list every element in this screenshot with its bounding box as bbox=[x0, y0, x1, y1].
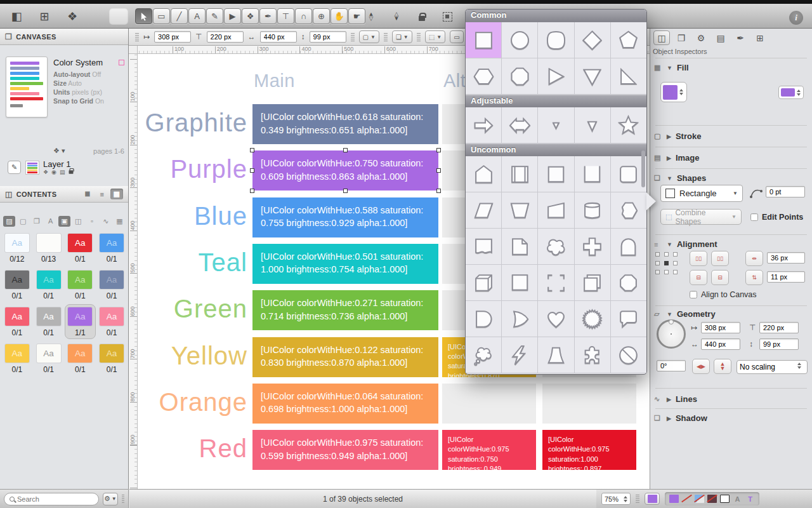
stroke-section-header[interactable]: ▢ ▶ Stroke bbox=[654, 131, 701, 141]
shape-pentagon[interactable] bbox=[611, 22, 646, 58]
shape-prohibited[interactable] bbox=[611, 337, 646, 373]
scaling-select[interactable]: No scaling bbox=[737, 360, 808, 374]
style-swatch[interactable]: Aa0/1 bbox=[1, 341, 33, 376]
layer-stack-icon[interactable]: ❖ bbox=[43, 169, 48, 175]
shape-hexagon[interactable] bbox=[466, 58, 501, 94]
alignment-anchor-dot[interactable] bbox=[655, 270, 660, 274]
selection-handle[interactable] bbox=[343, 189, 348, 193]
stroke-width-stepper[interactable]: ▭ bbox=[450, 30, 463, 43]
shape-cylinder[interactable] bbox=[575, 192, 610, 228]
lock-icon[interactable] bbox=[412, 9, 431, 24]
edit-layer-button[interactable]: ✎ bbox=[8, 161, 21, 174]
font-style-swatch[interactable]: A bbox=[733, 495, 742, 503]
selection-style-dropdown[interactable]: ⬚ ▼ bbox=[425, 30, 445, 43]
add-canvas-icon[interactable]: ⊞ bbox=[36, 9, 53, 24]
geometry-disclosure[interactable]: ▼ bbox=[667, 311, 672, 318]
shape-fin[interactable] bbox=[502, 301, 537, 337]
canvas-layers-icon[interactable]: ❖ bbox=[63, 9, 81, 24]
geometry-section-header[interactable]: ▱ ▼ Geometry bbox=[654, 309, 716, 319]
fill-section-header[interactable]: ▦ ▼ Fill bbox=[654, 63, 689, 72]
shape-style-dropdown[interactable]: ❏ ▼ bbox=[392, 30, 412, 43]
shape-house[interactable] bbox=[466, 156, 501, 192]
alignment-anchor-dot[interactable] bbox=[673, 252, 678, 257]
fill-style-dropdown[interactable]: ▢ ▼ bbox=[359, 30, 379, 43]
alignment-anchor-dot[interactable] bbox=[664, 270, 669, 274]
view-list-button[interactable]: ≣ bbox=[81, 189, 94, 199]
statusbar-grip[interactable] bbox=[636, 495, 639, 503]
rubber-stamp-tool[interactable]: ⊤ bbox=[277, 8, 294, 24]
tab-grid[interactable]: ⊞ bbox=[752, 30, 768, 45]
view-outline-button[interactable]: ≡ bbox=[96, 189, 108, 199]
line-filter-icon[interactable]: ∿ bbox=[100, 216, 112, 227]
image-section-header[interactable]: ▤ ▶ Image bbox=[654, 153, 700, 163]
style-brush-tool[interactable]: ✒ bbox=[259, 8, 277, 24]
shape-arrow-right[interactable] bbox=[466, 107, 501, 143]
lines-disclosure[interactable]: ▶ bbox=[667, 396, 671, 403]
canvas-object-red-alt1[interactable]: [UIColor colorWithHue:0.975 saturation:0… bbox=[442, 430, 536, 470]
all-styles-icon[interactable]: ▨ bbox=[3, 216, 15, 227]
style-swatch[interactable]: Aa0/1 bbox=[65, 231, 96, 265]
selection-handle[interactable] bbox=[250, 168, 254, 173]
alignment-section-header[interactable]: ≡ ▼ Alignment bbox=[654, 239, 717, 249]
rotation-field[interactable] bbox=[657, 360, 686, 371]
canvas-object-blue-main[interactable]: [UIColor colorWithHue:0.588 saturation: … bbox=[252, 197, 438, 237]
shape-type-dropdown[interactable]: Rectangle ▼ bbox=[660, 185, 743, 202]
shape-square-shaded[interactable] bbox=[538, 156, 573, 192]
shape-right-triangle[interactable] bbox=[611, 58, 646, 94]
fill-secondary-stepper[interactable] bbox=[797, 90, 801, 96]
group-filter-icon[interactable]: ▫ bbox=[86, 216, 98, 227]
space-vertical-button[interactable]: ⇅ bbox=[745, 270, 763, 285]
sidebar-toggle-icon[interactable]: ◧ bbox=[8, 9, 25, 24]
v-spacing-field[interactable] bbox=[767, 271, 805, 283]
shape-square-open-top[interactable] bbox=[575, 156, 610, 192]
shape-cloud[interactable] bbox=[538, 229, 573, 264]
canvas-object-graphite-main[interactable]: [UIColor colorWithHue:0.618 saturation: … bbox=[252, 104, 438, 144]
fill-secondary-well[interactable] bbox=[778, 86, 804, 99]
search-box[interactable] bbox=[4, 493, 99, 505]
canvas-object-teal-main[interactable]: [UIColor colorWithHue:0.501 saturation: … bbox=[252, 244, 438, 284]
alignment-disclosure[interactable]: ▼ bbox=[667, 241, 672, 248]
style-swatch[interactable]: Aa0/1 bbox=[1, 267, 33, 302]
canvas-object-yellow-main[interactable]: [UIColor colorWithHue:0.122 saturation: … bbox=[252, 337, 438, 377]
style-swatch[interactable]: Aa0/1 bbox=[33, 267, 65, 302]
pen-tool[interactable]: ✎ bbox=[206, 8, 223, 24]
width-field[interactable] bbox=[260, 31, 297, 43]
canvas-object-red-alt2[interactable]: [UIColor colorWithHue:0.975 saturation:1… bbox=[542, 430, 636, 470]
layer-visibility-icon[interactable]: ◉ bbox=[51, 169, 56, 175]
selection-handle[interactable] bbox=[250, 148, 254, 152]
tab-diagram[interactable]: ✒ bbox=[732, 30, 749, 45]
tab-object-inspectors[interactable]: ◫ bbox=[653, 30, 670, 45]
canvas-object-green-main[interactable]: [UIColor colorWithHue:0.271 saturation: … bbox=[252, 290, 438, 330]
canvas-object-red-main[interactable]: [UIColor colorWithHue:0.975 saturation: … bbox=[252, 430, 438, 470]
zoom-tool[interactable]: ⊕ bbox=[313, 8, 330, 24]
style-swatch[interactable]: Aa0/1 bbox=[96, 267, 128, 302]
canvas-object-orange-alt2[interactable] bbox=[542, 384, 636, 424]
style-swatch[interactable]: Aa0/12 bbox=[1, 231, 33, 265]
shape-squircle[interactable] bbox=[538, 22, 573, 58]
layer-print-icon[interactable]: ▤ bbox=[60, 169, 65, 175]
magnet-tool[interactable]: ∩ bbox=[295, 8, 312, 24]
layer-lock-icon[interactable] bbox=[69, 170, 74, 174]
shape-trapezoid-down[interactable] bbox=[502, 192, 537, 228]
shape-speech-bubble[interactable] bbox=[611, 301, 646, 337]
tab-canvas[interactable]: ▤ bbox=[712, 30, 729, 45]
diagram-tool[interactable]: ❖ bbox=[242, 8, 259, 24]
action-browse-tool[interactable]: ▶ bbox=[224, 8, 241, 24]
bar-grip[interactable] bbox=[417, 33, 421, 41]
canvas-object-orange-alt1[interactable] bbox=[442, 384, 536, 424]
align-center-h-button[interactable]: ▯▯ bbox=[711, 251, 729, 266]
geometry-height-field[interactable] bbox=[759, 338, 799, 350]
stroke-disclosure[interactable]: ▶ bbox=[667, 133, 671, 140]
geometry-width-field[interactable] bbox=[701, 338, 740, 350]
bar-grip[interactable] bbox=[384, 33, 388, 41]
shape-triangle-down[interactable] bbox=[575, 58, 610, 94]
style-swatch[interactable]: Aa0/1 bbox=[96, 304, 128, 339]
shape-diamond[interactable] bbox=[575, 22, 610, 58]
shape-arrow-double[interactable] bbox=[502, 107, 537, 143]
image-disclosure[interactable]: ▶ bbox=[667, 155, 671, 161]
no-stroke-swatch[interactable] bbox=[682, 495, 691, 503]
rotation-dial[interactable] bbox=[657, 319, 686, 349]
style-swatch[interactable]: Aa0/1 bbox=[33, 341, 65, 376]
pan-tool[interactable]: ✋ bbox=[331, 8, 348, 24]
canvas-object-orange-main[interactable]: [UIColor colorWithHue:0.064 saturation: … bbox=[252, 384, 438, 424]
